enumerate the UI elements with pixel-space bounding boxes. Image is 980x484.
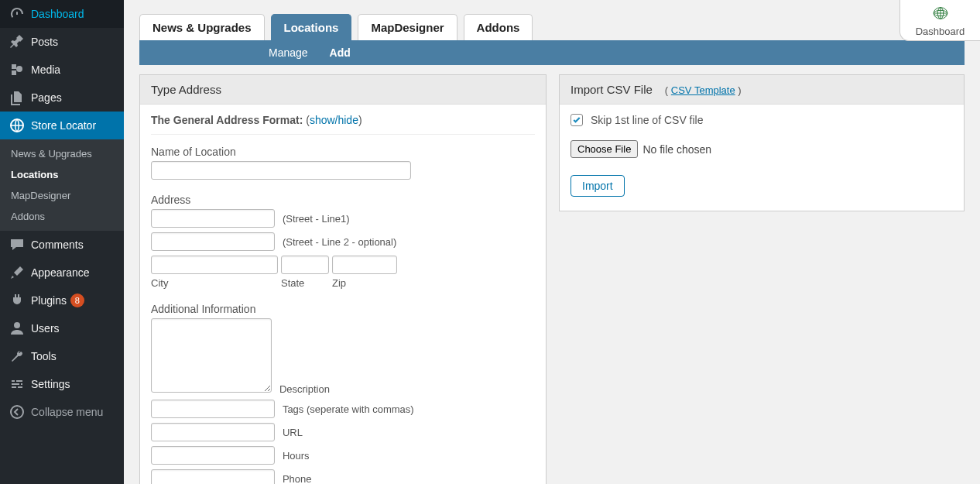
street1-hint: (Street - Line1)	[283, 213, 350, 225]
sidebar-label: Store Locator	[31, 119, 96, 132]
hours-label: Hours	[283, 450, 310, 462]
import-csv-panel: Import CSV File ( CSV Template ) Skip 1s…	[559, 74, 965, 211]
zip-label: Zip	[332, 277, 346, 289]
phone-input[interactable]	[151, 469, 275, 484]
sidebar-item-media[interactable]: Media	[0, 56, 124, 84]
zip-input[interactable]	[332, 256, 397, 274]
plug-icon	[9, 293, 25, 308]
city-label: City	[151, 277, 281, 289]
address-label: Address	[151, 194, 535, 206]
hours-input[interactable]	[151, 446, 275, 465]
media-icon	[9, 62, 25, 77]
brush-icon	[9, 265, 25, 280]
sidebar-label: Settings	[31, 378, 70, 390]
tab-locations[interactable]: Locations	[271, 14, 352, 40]
name-label: Name of Location	[151, 146, 535, 158]
tab-news[interactable]: News & Upgrades	[139, 14, 265, 40]
sidebar-item-dashboard[interactable]: Dashboard	[0, 0, 124, 28]
wrench-icon	[9, 348, 25, 364]
sidebar-label: Pages	[31, 91, 62, 104]
check-icon	[572, 115, 581, 125]
type-address-header: Type Address	[140, 75, 546, 105]
sidebar-label: Posts	[31, 36, 58, 48]
dashboard-badge[interactable]: Dashboard	[899, 0, 980, 41]
skip-first-line-label: Skip 1st line of CSV file	[591, 114, 704, 126]
pin-icon	[9, 34, 25, 50]
sidebar-label: Collapse menu	[31, 406, 103, 418]
admin-sidebar: Dashboard Posts Media Pages Store Locato…	[0, 0, 124, 484]
phone-label: Phone	[283, 473, 312, 484]
tab-container: News & Upgrades Locations MapDesigner Ad…	[139, 14, 965, 65]
city-input[interactable]	[151, 256, 278, 274]
sidebar-item-users[interactable]: Users	[0, 314, 124, 342]
tab-mapdesigner[interactable]: MapDesigner	[358, 14, 457, 40]
subtab-add[interactable]: Add	[330, 46, 351, 59]
globe-icon	[9, 118, 25, 133]
addl-label: Additional Information	[151, 303, 535, 315]
sidebar-item-appearance[interactable]: Appearance	[0, 259, 124, 287]
sidebar-item-tools[interactable]: Tools	[0, 342, 124, 370]
street2-input[interactable]	[151, 232, 275, 251]
showhide-link[interactable]: show/hide	[310, 114, 358, 126]
tags-input[interactable]	[151, 400, 275, 418]
sidebar-collapse[interactable]: Collapse menu	[0, 398, 124, 426]
sidebar-item-store-locator[interactable]: Store Locator	[0, 112, 124, 139]
dashboard-badge-label: Dashboard	[908, 26, 972, 37]
sidebar-label: Plugins	[31, 294, 67, 307]
url-input[interactable]	[151, 423, 275, 441]
sidebar-label: Comments	[31, 239, 84, 251]
description-textarea[interactable]	[151, 318, 272, 393]
dashboard-icon	[9, 6, 25, 22]
user-icon	[9, 321, 25, 336]
subtab-manage[interactable]: Manage	[269, 46, 308, 59]
sidebar-sub-news[interactable]: News & Upgrades	[0, 143, 124, 164]
name-input[interactable]	[151, 161, 411, 180]
main-content: Dashboard News & Upgrades Locations MapD…	[124, 0, 980, 484]
import-csv-header: Import CSV File ( CSV Template )	[560, 75, 964, 105]
sidebar-label: Media	[31, 64, 60, 76]
primary-tabs: News & Upgrades Locations MapDesigner Ad…	[139, 14, 965, 40]
sidebar-sub-locations[interactable]: Locations	[0, 164, 124, 185]
tags-label: Tags (seperate with commas)	[283, 403, 414, 415]
tab-addons[interactable]: Addons	[464, 14, 533, 40]
street1-input[interactable]	[151, 209, 275, 228]
state-label: State	[281, 277, 332, 289]
sidebar-item-comments[interactable]: Comments	[0, 231, 124, 259]
collapse-icon	[9, 404, 25, 420]
comment-icon	[9, 237, 25, 252]
svg-point-2	[11, 406, 23, 418]
sidebar-label: Users	[31, 322, 60, 335]
sidebar-sub-addons[interactable]: Addons	[0, 206, 124, 227]
sidebar-sub-mapdesigner[interactable]: MapDesigner	[0, 185, 124, 206]
sidebar-submenu: News & Upgrades Locations MapDesigner Ad…	[0, 139, 124, 231]
url-label: URL	[283, 427, 303, 438]
csv-template-link[interactable]: CSV Template	[671, 84, 735, 96]
sidebar-label: Tools	[31, 350, 57, 362]
street2-hint: (Street - Line 2 - optional)	[283, 236, 396, 248]
sliders-icon	[9, 376, 25, 392]
address-format-row: The General Address Format: (show/hide)	[151, 114, 535, 126]
state-input[interactable]	[281, 256, 329, 274]
sidebar-label: Appearance	[31, 266, 90, 279]
sidebar-item-posts[interactable]: Posts	[0, 28, 124, 56]
choose-file-button[interactable]: Choose File	[571, 140, 638, 158]
skip-first-line-checkbox[interactable]	[571, 114, 583, 126]
sidebar-item-plugins[interactable]: Plugins 8	[0, 287, 124, 314]
sub-tabs: Manage Add	[139, 40, 965, 65]
type-address-panel: Type Address The General Address Format:…	[139, 74, 547, 484]
svg-point-1	[14, 322, 20, 328]
file-chosen-status: No file chosen	[642, 143, 711, 156]
sidebar-label: Dashboard	[31, 8, 84, 20]
plugins-badge: 8	[70, 293, 84, 307]
description-label: Description	[279, 383, 330, 395]
sidebar-item-pages[interactable]: Pages	[0, 84, 124, 112]
pages-icon	[9, 90, 25, 105]
globe-logo-icon	[929, 5, 952, 22]
import-button[interactable]: Import	[571, 175, 625, 197]
sidebar-item-settings[interactable]: Settings	[0, 370, 124, 398]
